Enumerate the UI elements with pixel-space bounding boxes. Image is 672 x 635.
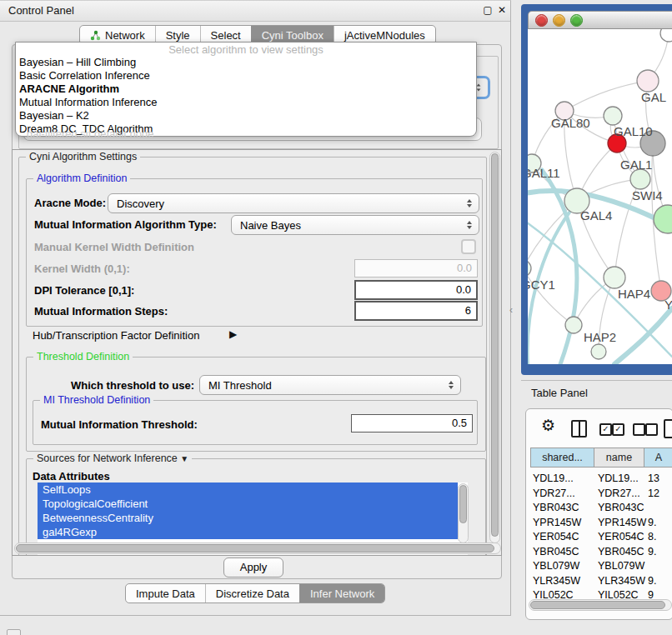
zoom-traffic-light[interactable] <box>570 14 583 27</box>
network-node[interactable] <box>604 267 625 288</box>
checked-box-icon[interactable]: ✓ <box>612 423 624 436</box>
dropdown-item-selected[interactable]: ARACNE Algorithm <box>16 82 476 96</box>
cyni-bottom-tabbar: Impute Data Discretize Data Infer Networ… <box>125 583 385 603</box>
dropdown-item[interactable]: Basic Correlation Inference <box>16 69 476 82</box>
table-cell: YDL19... <box>533 472 574 484</box>
attribute-item-selected[interactable]: SelfLoops <box>38 482 458 497</box>
scrollbar-thumb[interactable] <box>459 485 467 523</box>
dropdown-item[interactable]: Mutual Information Inference <box>16 96 476 109</box>
sources-title-wrap: Sources for Network Inference ▼ <box>33 452 192 464</box>
apply-button[interactable]: Apply <box>223 558 283 578</box>
table-row[interactable]: YDR27...YDR27...12 <box>526 488 672 502</box>
split-columns-icon[interactable] <box>571 420 587 438</box>
gear-icon[interactable]: ⚙ <box>541 416 555 435</box>
combo-arrows-icon <box>442 381 460 389</box>
aracne-mode-label: Aracne Mode: <box>34 197 106 209</box>
table-cell: YBR045C <box>533 546 579 558</box>
network-node[interactable] <box>591 344 606 359</box>
splitter-handle-icon[interactable]: ‹ <box>509 304 513 316</box>
close-traffic-light[interactable] <box>535 14 548 27</box>
column-header-partial[interactable]: A <box>644 448 672 468</box>
checked-box-icon[interactable]: ✓ <box>599 423 612 436</box>
table-cell: YER054C <box>598 531 644 542</box>
column-header-shared[interactable]: shared... <box>530 448 594 468</box>
minimize-traffic-light[interactable] <box>553 14 565 27</box>
table-cell: 12 <box>648 488 659 499</box>
spinner-up-icon <box>477 83 481 86</box>
data-attributes-label: Data Attributes <box>33 470 110 482</box>
split-columns-divider <box>579 422 580 436</box>
network-node-label: HAP4 <box>618 287 650 301</box>
control-panel-titlebar: Control Panel ▢ ✕ <box>0 1 510 22</box>
network-node[interactable] <box>630 169 650 189</box>
tab-impute-data[interactable]: Impute Data <box>126 584 205 602</box>
table-row[interactable]: YLR345WYLR345W9. <box>526 575 672 589</box>
network-node[interactable] <box>565 317 582 333</box>
manual-kernel-width-label: Manual Kernel Width Definition <box>34 241 194 253</box>
combo-arrows-icon <box>460 221 479 229</box>
screen: Control Panel ▢ ✕ Network Style Select C… <box>0 0 672 635</box>
network-edge[interactable] <box>564 81 648 111</box>
mi-algorithm-type-combo[interactable]: Naive Bayes <box>231 215 479 235</box>
network-canvas[interactable]: GALGAL80GAL10GAL1SWI4GAL11GAL4GCY1HAP4YH… <box>528 29 672 364</box>
table-horizontal-scrollbar[interactable] <box>529 599 672 611</box>
network-node-label: SWI4 <box>632 188 663 202</box>
scrollbar-thumb[interactable] <box>16 544 494 552</box>
attribute-item-selected[interactable]: BetweennessCentrality <box>38 511 458 525</box>
table-row[interactable]: YBL079WYBL079W <box>526 560 672 574</box>
column-header-name[interactable]: name <box>594 448 644 468</box>
scrollbar-thumb[interactable] <box>491 153 499 537</box>
attribute-item-selected[interactable]: TopologicalCoefficient <box>38 497 458 511</box>
sources-collapse-icon[interactable]: ▼ <box>180 454 188 463</box>
scrollbar-thumb[interactable] <box>530 601 665 609</box>
attribute-item-selected[interactable]: gal4RGexp <box>38 525 458 539</box>
network-node[interactable] <box>637 70 659 92</box>
mi-threshold-field[interactable]: 0.5 <box>351 414 473 432</box>
network-edge-thick[interactable] <box>614 308 672 364</box>
close-window-icon[interactable]: ✕ <box>495 3 509 17</box>
network-node[interactable] <box>660 29 672 42</box>
network-node-label: GAL <box>641 90 666 104</box>
hub-expand-icon[interactable]: ▶ <box>229 328 237 340</box>
table-cell: 9. <box>648 575 656 587</box>
network-node-label: GAL80 <box>551 116 590 130</box>
attribute-list-scrollbar[interactable] <box>458 483 469 543</box>
control-panel-title: Control Panel <box>8 4 74 17</box>
dpi-tolerance-field[interactable]: 0.0 <box>354 280 478 300</box>
dropdown-item[interactable]: Bayesian – K2 <box>16 109 476 122</box>
manual-kernel-width-checkbox <box>461 239 476 254</box>
partial-panel-icon[interactable] <box>7 629 21 635</box>
network-node[interactable] <box>604 107 622 125</box>
tab-network-label: Network <box>105 29 145 42</box>
dropdown-item[interactable]: Bayesian – Hill Climbing <box>16 56 476 69</box>
network-node-label: Y <box>664 298 672 312</box>
mi-steps-field[interactable]: 6 <box>354 301 478 321</box>
sources-title: Sources for Network Inference <box>37 452 178 464</box>
table-row[interactable]: YPR145WYPR145W9. <box>526 517 672 531</box>
tab-discretize-data[interactable]: Discretize Data <box>205 584 299 602</box>
unchecked-box-icon[interactable] <box>633 423 645 436</box>
tab-infer-network[interactable]: Infer Network <box>299 584 384 602</box>
table-cell: 9. <box>648 546 656 558</box>
settings-vertical-scrollbar[interactable] <box>489 152 500 543</box>
table-row[interactable]: YER054CYER054C8. <box>526 531 672 545</box>
table-row[interactable]: YBR045CYBR045C9. <box>526 546 672 560</box>
network-node-label: GCY1 <box>528 278 555 292</box>
aracne-mode-combo[interactable]: Discovery <box>108 193 479 213</box>
aracne-mode-value: Discovery <box>108 198 460 210</box>
network-node[interactable] <box>528 260 531 277</box>
settings-horizontal-scrollbar[interactable] <box>14 542 501 554</box>
hub-definition-label[interactable]: Hub/Transcription Factor Definition <box>33 329 199 342</box>
table-row[interactable]: YBR043CYBR043C <box>526 502 672 516</box>
which-threshold-value: MI Threshold <box>200 379 442 392</box>
network-node[interactable] <box>654 205 672 233</box>
network-window-titlebar[interactable] <box>528 11 672 29</box>
mi-steps-label: Mutual Information Steps: <box>34 305 168 318</box>
which-threshold-combo[interactable]: MI Threshold <box>199 375 461 395</box>
page-icon[interactable] <box>664 419 672 438</box>
algorithm-definition-title: Algorithm Definition <box>33 172 130 184</box>
unchecked-box-icon[interactable] <box>645 423 658 436</box>
mi-algorithm-type-value: Naive Bayes <box>232 219 460 232</box>
float-window-icon[interactable]: ▢ <box>481 3 494 17</box>
table-row[interactable]: YDL19...YDL19...13 <box>526 472 672 487</box>
